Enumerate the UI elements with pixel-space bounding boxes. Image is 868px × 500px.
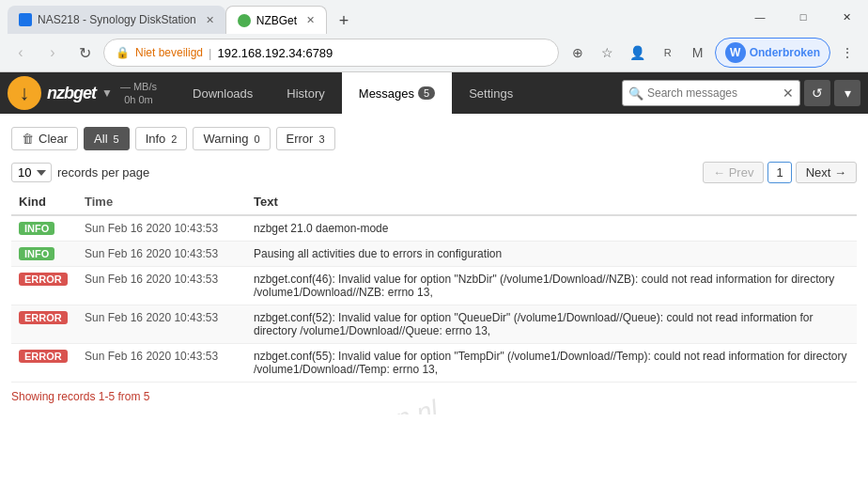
table-row: INFOSun Feb 16 2020 10:43:53nzbget 21.0 … [11, 215, 857, 242]
back-button[interactable]: ‹ [8, 39, 34, 66]
filter-info-button[interactable]: Info 2 [135, 127, 188, 150]
cell-kind: INFO [11, 242, 77, 267]
refresh-button[interactable]: ↺ [804, 80, 830, 106]
messages-badge: 5 [418, 86, 435, 100]
search-box: 🔍 ✕ [622, 80, 800, 106]
col-header-text: Text [246, 189, 857, 215]
cell-kind: ERROR [11, 344, 77, 383]
table-row: ERRORSun Feb 16 2020 10:43:53nzbget.conf… [11, 305, 857, 344]
window-controls: — □ ✕ [738, 0, 868, 34]
minimize-button[interactable]: — [738, 3, 782, 31]
speed-info: — MB/s 0h 0m [120, 80, 157, 107]
tab-nzbget[interactable]: NZBGet ✕ [225, 6, 327, 34]
table-row: ERRORSun Feb 16 2020 10:43:53nzbget.conf… [11, 344, 857, 383]
table-header: Kind Time Text [11, 189, 857, 215]
clear-button[interactable]: 🗑 Clear [11, 127, 78, 150]
table-row: ERRORSun Feb 16 2020 10:43:53nzbget.conf… [11, 267, 857, 305]
filter-bar: 🗑 Clear All 5 Info 2 Warning 0 Error 3 [11, 121, 857, 156]
cell-text: nzbget 21.0 daemon-mode [246, 215, 857, 242]
cell-kind: ERROR [11, 267, 77, 305]
cell-kind: ERROR [11, 305, 77, 344]
kind-badge: ERROR [19, 273, 68, 286]
toolbar-icons: ⊕ ☆ 👤 R M W Onderbroken ⋮ [565, 38, 860, 68]
per-page-label: records per page [57, 165, 149, 180]
url-bar[interactable]: 🔒 Niet beveiligd | 192.168.192.34:6789 [103, 39, 559, 67]
current-page: 1 [767, 162, 791, 183]
gmail-icon[interactable]: M [685, 39, 711, 66]
tab-bar: NAS218 - Synology DiskStation ✕ NZBGet ✕… [0, 0, 738, 34]
search-input[interactable] [647, 86, 779, 100]
reload-button[interactable]: ↻ [71, 39, 98, 66]
profile-label: Onderbroken [750, 46, 820, 59]
kind-badge: INFO [19, 222, 54, 235]
tab-label-nas218: NAS218 - Synology DiskStation [38, 13, 196, 26]
app-logo: ↓ nzbget ▼ [8, 76, 113, 110]
cell-text: nzbget.conf(55): Invalid value for optio… [246, 344, 857, 383]
app-header: ↓ nzbget ▼ — MB/s 0h 0m Downloads Histor… [0, 72, 868, 114]
not-secure-label: Niet beveiligd [135, 46, 203, 59]
cell-kind: INFO [11, 215, 77, 242]
profile-avatar: W [725, 42, 746, 63]
menu-icon[interactable]: ⋮ [834, 39, 860, 66]
messages-table: Kind Time Text INFOSun Feb 16 2020 10:43… [11, 189, 857, 383]
tab-history[interactable]: History [270, 72, 341, 114]
per-page-selector: 10 25 50 records per page [11, 163, 149, 182]
prev-page-button[interactable]: ← Prev [703, 162, 764, 183]
tab-downloads[interactable]: Downloads [176, 72, 270, 114]
close-tab-nzbget[interactable]: ✕ [306, 14, 315, 26]
search-area: 🔍 ✕ ↺ ▾ [622, 80, 860, 106]
tab-nas218[interactable]: NAS218 - Synology DiskStation ✕ [8, 6, 225, 34]
more-options-button[interactable]: ▾ [834, 80, 860, 106]
kind-badge: ERROR [19, 311, 68, 324]
cell-time: Sun Feb 16 2020 10:43:53 [77, 267, 246, 305]
cell-time: Sun Feb 16 2020 10:43:53 [77, 215, 246, 242]
logo-icon: ↓ [8, 76, 41, 110]
next-page-button[interactable]: Next → [796, 162, 857, 183]
maximize-button[interactable]: □ [782, 3, 825, 31]
url-divider: | [209, 46, 211, 60]
table-body: INFOSun Feb 16 2020 10:43:53nzbget 21.0 … [11, 215, 857, 383]
profile-button[interactable]: W Onderbroken [715, 38, 830, 68]
url-text: 192.168.192.34:6789 [217, 46, 333, 60]
kind-badge: ERROR [19, 350, 68, 363]
close-button[interactable]: ✕ [825, 3, 868, 31]
tab-label-nzbget: NZBGet [256, 14, 297, 27]
col-header-time: Time [77, 189, 246, 215]
bookmark-icon[interactable]: ☆ [595, 39, 621, 66]
logo-arrow-icon: ↓ [20, 81, 30, 105]
kind-badge: INFO [19, 247, 54, 260]
content-area: 🗑 Clear All 5 Info 2 Warning 0 Error 3 1… [0, 114, 868, 414]
per-page-select[interactable]: 10 25 50 [11, 163, 52, 182]
new-tab-button[interactable]: + [331, 8, 357, 34]
address-bar: ‹ › ↻ 🔒 Niet beveiligd | 192.168.192.34:… [0, 34, 868, 71]
cell-text: nzbget.conf(46): Invalid value for optio… [246, 267, 857, 305]
browser-chrome: NAS218 - Synology DiskStation ✕ NZBGet ✕… [0, 0, 868, 72]
tab-favicon-nas218 [19, 13, 32, 26]
nav-tabs: Downloads History Messages 5 Settings [176, 72, 530, 114]
filter-all-button[interactable]: All 5 [84, 127, 130, 150]
forward-button[interactable]: › [39, 39, 66, 66]
search-clear-icon[interactable]: ✕ [783, 86, 794, 101]
close-tab-nas218[interactable]: ✕ [206, 14, 214, 26]
table-row: INFOSun Feb 16 2020 10:43:53Pausing all … [11, 242, 857, 267]
logo-version-arrow: ▼ [101, 86, 113, 100]
cell-time: Sun Feb 16 2020 10:43:53 [77, 344, 246, 383]
logo-text: nzbget [47, 84, 96, 103]
pagination-bar-top: 10 25 50 records per page ← Prev 1 Next … [11, 156, 857, 189]
speed-value: — MB/s [120, 80, 157, 93]
lock-icon: 🔒 [116, 46, 130, 59]
col-header-kind: Kind [11, 189, 77, 215]
trash-icon: 🗑 [22, 132, 34, 146]
filter-warning-button[interactable]: Warning 0 [193, 127, 270, 150]
filter-error-button[interactable]: Error 3 [276, 127, 335, 150]
extensions-icon[interactable]: R [655, 39, 681, 66]
accounts-icon[interactable]: 👤 [625, 39, 651, 66]
cell-text: nzbget.conf(52): Invalid value for optio… [246, 305, 857, 344]
tab-settings[interactable]: Settings [452, 72, 530, 114]
tab-messages[interactable]: Messages 5 [342, 72, 452, 114]
search-icon: 🔍 [628, 86, 643, 101]
translate-icon[interactable]: ⊕ [565, 39, 591, 66]
page-controls: ← Prev 1 Next → [703, 162, 857, 183]
cell-text: Pausing all activities due to errors in … [246, 242, 857, 267]
tab-favicon-nzbget [238, 14, 251, 27]
